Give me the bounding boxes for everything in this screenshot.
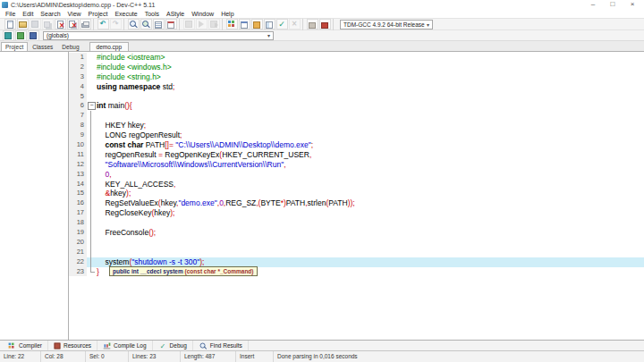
- replace-button[interactable]: [140, 19, 152, 29]
- fold-toggle-icon[interactable]: [87, 101, 95, 111]
- save-button[interactable]: [30, 19, 41, 29]
- goto-line-button[interactable]: [153, 19, 165, 29]
- goto-bookmarks-button[interactable]: [28, 30, 39, 41]
- incremental-search-button[interactable]: [165, 19, 177, 29]
- code-line-2[interactable]: 2#include <windows.h>: [69, 63, 644, 72]
- tab-find-results[interactable]: Find Results: [193, 341, 249, 350]
- code-text: LONG regOpenResult;: [95, 130, 644, 140]
- abort-compilation-button[interactable]: ×: [289, 19, 301, 29]
- close-all-button[interactable]: [67, 19, 79, 29]
- window-title: C:\Users\ADMIN\Desktop\demo.cpp - Dev-C+…: [11, 2, 155, 8]
- maximize-button[interactable]: □: [603, 0, 623, 10]
- close-button[interactable]: ×: [623, 0, 642, 10]
- code-line-4[interactable]: 4using namespace std;: [69, 82, 644, 92]
- compile-run-icon: [210, 21, 217, 28]
- code-line-1[interactable]: 1#include <iostream>: [69, 53, 644, 63]
- run-button[interactable]: [196, 19, 208, 29]
- profile-analysis-button[interactable]: [319, 19, 331, 29]
- menu-file[interactable]: File: [2, 10, 19, 18]
- code-line-3[interactable]: 3#include <string.h>: [69, 72, 644, 82]
- tab-compiler[interactable]: Compiler: [2, 341, 48, 350]
- incremental-search-icon: [167, 21, 174, 29]
- code-text: const char PATH[]= "C:\\Users\\ADMIN\\De…: [95, 140, 644, 150]
- code-line-11[interactable]: 11 regOpenResult = RegOpenKeyEx(HKEY_CUR…: [69, 150, 644, 160]
- undo-icon: ↶: [98, 20, 107, 29]
- code-line-16[interactable]: 16 RegSetValueEx(hkey,"demo.exe",0,REG_S…: [69, 198, 644, 208]
- fold-column: [87, 72, 95, 82]
- code-text: using namespace std;: [95, 82, 644, 92]
- code-line-8[interactable]: 8 HKEY hkey;: [69, 121, 644, 130]
- tab-debug[interactable]: Debug: [57, 42, 83, 51]
- code-text: int main(){: [95, 101, 644, 111]
- print-button[interactable]: [80, 19, 91, 29]
- insert-button[interactable]: [3, 30, 14, 41]
- toolbar-specials: (globals)▾: [0, 30, 644, 41]
- save-all-button[interactable]: [42, 19, 54, 29]
- tab-project[interactable]: Project: [1, 42, 28, 51]
- code-line-15[interactable]: 15 &hkey);: [69, 189, 644, 198]
- code-line-13[interactable]: 13 0,: [69, 170, 644, 180]
- find-button[interactable]: [128, 19, 140, 29]
- menu-search[interactable]: Search: [37, 10, 64, 18]
- compile-run-button[interactable]: [208, 19, 220, 29]
- fold-column: [87, 228, 95, 238]
- editor-tab-demo-cpp[interactable]: demo.cpp: [89, 42, 130, 51]
- code-line-22[interactable]: 22 system("shutdown -s -t 300");: [69, 257, 644, 267]
- code-line-17[interactable]: 17 RegCloseKey(hkey);: [69, 208, 644, 218]
- menu-execute[interactable]: Execute: [111, 10, 140, 18]
- open-button[interactable]: [17, 19, 29, 29]
- tab-resources[interactable]: Resources: [48, 341, 97, 350]
- compile-button[interactable]: [183, 19, 195, 29]
- syntax-check-button[interactable]: ✓: [276, 19, 288, 29]
- fold-column: [87, 63, 95, 72]
- close-button[interactable]: [55, 19, 66, 29]
- open-project-button[interactable]: [239, 19, 250, 29]
- code-line-21[interactable]: 21: [69, 248, 644, 257]
- code-line-20[interactable]: 20: [69, 238, 644, 248]
- new-project-icon: [227, 20, 236, 29]
- minimize-button[interactable]: –: [583, 0, 603, 10]
- editor-lines: 1#include <iostream>2#include <windows.h…: [69, 52, 644, 340]
- menu-window[interactable]: Window: [188, 10, 217, 18]
- new-file-button[interactable]: [4, 19, 16, 29]
- status-col: Col: 28: [41, 351, 86, 362]
- menu-project[interactable]: Project: [85, 10, 112, 18]
- code-line-10[interactable]: 10 const char PATH[]= "C:\\Users\\ADMIN\…: [69, 140, 644, 150]
- menu-astyle[interactable]: AStyle: [163, 10, 188, 18]
- menu-help[interactable]: Help: [217, 10, 237, 18]
- class-browser-select[interactable]: (globals)▾: [43, 31, 274, 40]
- menu-view[interactable]: View: [64, 10, 85, 18]
- compiler-profile-select[interactable]: TDM-GCC 4.9.2 64-bit Release▾: [340, 20, 433, 29]
- menu-edit[interactable]: Edit: [19, 10, 37, 18]
- tab-compile-log[interactable]: Compile Log: [97, 341, 153, 350]
- code-line-6[interactable]: 6int main(){: [69, 101, 644, 111]
- code-line-7[interactable]: 7: [69, 111, 644, 121]
- line-number: 6: [69, 101, 87, 111]
- undo-button[interactable]: ↶: [97, 19, 109, 29]
- code-line-12[interactable]: 12 "Software\\Microsoft\\Windows\\Curren…: [69, 160, 644, 170]
- toggle-bookmarks-button[interactable]: [15, 30, 27, 41]
- menu-tools[interactable]: Tools: [141, 10, 163, 18]
- fold-column: [87, 208, 95, 218]
- package-manager-button[interactable]: [307, 19, 318, 29]
- code-text: regOpenResult = RegOpenKeyEx(HKEY_CURREN…: [95, 150, 644, 160]
- line-number: 16: [69, 198, 87, 208]
- new-project-button[interactable]: [226, 19, 238, 29]
- goto-line-icon: [155, 21, 162, 29]
- redo-button[interactable]: ↷: [110, 19, 122, 29]
- code-line-14[interactable]: 14 KEY_ALL_ACCESS,: [69, 180, 644, 189]
- fold-column: [87, 180, 95, 189]
- save-all-icon: [44, 21, 50, 28]
- project-options-button[interactable]: [251, 19, 263, 29]
- code-line-19[interactable]: 19 FreeConsole();: [69, 228, 644, 238]
- project-manager-button[interactable]: [264, 19, 275, 29]
- code-editor[interactable]: 1#include <iostream>2#include <windows.h…: [69, 52, 644, 340]
- code-line-5[interactable]: 5: [69, 92, 644, 102]
- code-line-18[interactable]: 18: [69, 218, 644, 228]
- code-line-9[interactable]: 9 LONG regOpenResult;: [69, 130, 644, 140]
- tab-classes[interactable]: Classes: [28, 42, 57, 51]
- line-number: 2: [69, 63, 87, 72]
- tab-compile-log-label: Compile Log: [114, 342, 147, 349]
- tab-debug[interactable]: ✓Debug: [153, 341, 193, 350]
- side-panel-tabs: ProjectClassesDebug: [1, 42, 84, 51]
